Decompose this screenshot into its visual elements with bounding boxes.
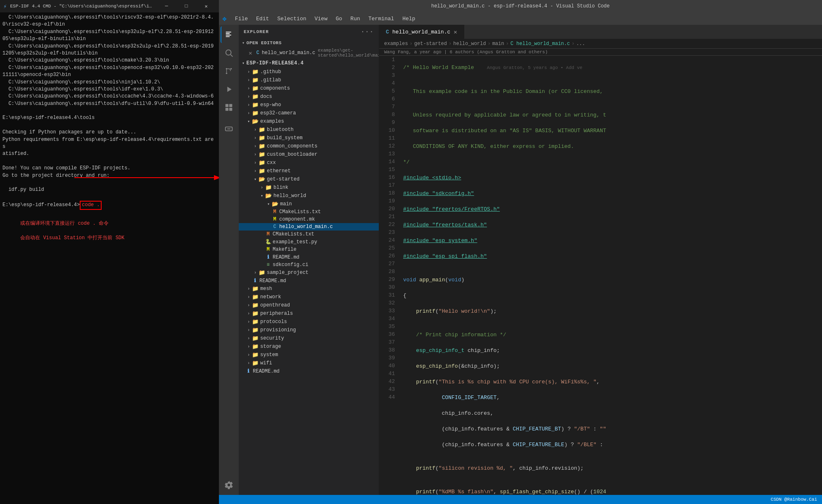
menu-edit[interactable]: Edit (253, 14, 272, 24)
close-button[interactable]: ✕ (197, 0, 216, 12)
folder-icon: 📁 (252, 110, 259, 116)
code-line: chip_info.cores, (403, 409, 822, 417)
folder-name: custom_bootloader (267, 152, 317, 157)
tree-file-cmakelists-main[interactable]: M CMakeLists.txt (239, 208, 379, 216)
tree-folder-docs[interactable]: › 📁 docs (239, 93, 379, 101)
terminal-line (2, 194, 216, 201)
filename: example_test.py (273, 239, 317, 245)
activity-settings[interactable] (221, 477, 237, 493)
folder-arrow: › (252, 169, 259, 174)
menu-go[interactable]: Go (333, 14, 346, 24)
tab-bar: C hello_world_main.c ✕ (379, 25, 822, 39)
active-tab[interactable]: C hello_world_main.c ✕ (379, 25, 464, 39)
tree-file-example-test-py[interactable]: 🐍 example_test.py (239, 238, 379, 246)
tree-file-sdkconfig-ci[interactable]: ≡ sdkconfig.ci (239, 261, 379, 269)
open-editors-section[interactable]: ▾ OPEN EDITORS (239, 39, 379, 47)
tree-folder-github[interactable]: › 📁 .github (239, 68, 379, 76)
folder-arrow: › (252, 136, 259, 140)
tree-folder-bluetooth[interactable]: › 📁 bluetooth (239, 126, 379, 134)
tree-folder-gitlab[interactable]: › 📁 .gitlab (239, 76, 379, 84)
menu-view[interactable]: View (311, 14, 331, 24)
folder-icon: 📁 (252, 93, 259, 100)
line-num: 22 (379, 221, 395, 228)
tree-folder-components[interactable]: › 📁 components (239, 84, 379, 93)
tree-folder-esp32-camera[interactable]: › 📁 esp32-camera (239, 109, 379, 117)
tab-close-button[interactable]: ✕ (454, 29, 457, 36)
menu-help[interactable]: Help (399, 14, 418, 24)
tree-folder-mesh[interactable]: › 📁 mesh (239, 285, 379, 293)
breadcrumb-file[interactable]: C hello_world_main.c (511, 41, 570, 47)
tree-folder-provisioning[interactable]: › 📁 provisioning (239, 326, 379, 334)
filename: README.md (273, 254, 299, 260)
menu-file[interactable]: File (232, 14, 251, 24)
info-icon: ℹ (252, 278, 258, 284)
code-line: /* Hello World Example Angus Gratton, 5 … (403, 64, 822, 72)
activity-debug[interactable] (221, 81, 237, 97)
tree-file-readme-hw[interactable]: ℹ README.md (239, 253, 379, 261)
tree-folder-custom-bootloader[interactable]: › 📁 custom_bootloader (239, 150, 379, 159)
tree-folder-ethernet[interactable]: › 📁 ethernet (239, 167, 379, 175)
tree-folder-system[interactable]: › 📁 system (239, 351, 379, 359)
breadcrumb-part[interactable]: examples (384, 41, 408, 47)
breadcrumb-part[interactable]: hello_world (453, 41, 486, 47)
tree-folder-peripherals[interactable]: › 📁 peripherals (239, 309, 379, 318)
tree-folder-openthread[interactable]: › 📁 openthread (239, 301, 379, 309)
terminal-line: C:\Users\caiguanhong\.espressif\tools\es… (2, 29, 216, 36)
tree-folder-blink[interactable]: › 📁 blink (239, 183, 379, 192)
tree-file-readme-root[interactable]: ℹ README.md (239, 367, 379, 375)
filename: component.mk (279, 216, 315, 222)
tree-file-readme-examples[interactable]: ℹ README.md (239, 277, 379, 285)
tree-folder-sample-project[interactable]: › 📁 sample_project (239, 269, 379, 277)
tree-file-makefile[interactable]: M Makefile (239, 246, 379, 253)
line-num: 29 (379, 276, 395, 283)
tree-folder-hello-world[interactable]: ▾ 📂 hello_world (239, 192, 379, 200)
tree-folder-protocols[interactable]: › 📁 protocols (239, 318, 379, 326)
breadcrumb-part[interactable]: get-started (414, 41, 447, 47)
maximize-button[interactable]: □ (177, 0, 196, 12)
line-num: 15 (379, 166, 395, 174)
terminal-line: C:\Users\caiguanhong\.espressif\tools\ni… (2, 79, 216, 86)
terminal-line: Done! You can now compile ESP-IDF projec… (2, 165, 216, 172)
line-num: 19 (379, 197, 395, 205)
activity-extensions[interactable] (221, 99, 237, 116)
code-editor[interactable]: 1 2 3 4 5 6 7 8 9 10 11 12 13 14 (379, 56, 822, 495)
cmd-icon: ⚡ (3, 3, 7, 10)
breadcrumb-part[interactable]: main (492, 41, 504, 47)
folder-name: security (260, 335, 284, 341)
activity-source-control[interactable] (221, 63, 237, 79)
root-folder-header[interactable]: ▾ ESP-IDF-RELEASE4.4 (239, 59, 379, 68)
code-line: #include "sdkconfig.h" (403, 190, 822, 197)
activity-esp-idf[interactable] (221, 121, 237, 137)
tree-file-cmakelists-hw[interactable]: M CMakeLists.txt (239, 231, 379, 238)
tree-folder-build-system[interactable]: › 📁 build_system (239, 134, 379, 142)
tree-folder-network[interactable]: › 📁 network (239, 293, 379, 301)
open-editor-item[interactable]: ✕ C hello_world_main.c examples\get-star… (239, 47, 379, 59)
activity-search[interactable] (221, 45, 237, 61)
cmd-window-title: ESP-IDF 4.4 CMD - "C:\Users\caiguanhong\… (10, 4, 154, 9)
menu-run[interactable]: Run (347, 14, 363, 24)
tree-folder-wifi[interactable]: › 📁 wifi (239, 359, 379, 367)
folder-icon: 📁 (265, 184, 272, 191)
tree-folder-cxx[interactable]: › 📁 cxx (239, 159, 379, 167)
tree-folder-main[interactable]: ▾ 📂 main (239, 200, 379, 208)
tree-file-component-mk[interactable]: M component.mk (239, 216, 379, 223)
sidebar-content[interactable]: ▾ OPEN EDITORS ✕ C hello_world_main.c ex… (239, 39, 379, 495)
folder-icon: 📁 (252, 343, 259, 350)
tree-folder-security[interactable]: › 📁 security (239, 334, 379, 342)
tree-folder-examples[interactable]: ▾ 📂 examples (239, 117, 379, 126)
menu-terminal[interactable]: Terminal (365, 14, 397, 24)
close-editor-icon[interactable]: ✕ (249, 50, 252, 57)
filename: hello_world_main.c (279, 224, 333, 230)
tree-folder-common-components[interactable]: › 📁 common_components (239, 142, 379, 150)
minimize-button[interactable]: ─ (157, 0, 176, 12)
tree-file-hello-world-main[interactable]: C hello_world_main.c (239, 223, 379, 231)
code-line: Unless required by applicable law or agr… (403, 111, 822, 119)
terminal-line: C:\Users\caiguanhong\.espressif\tools\cm… (2, 57, 216, 64)
breadcrumb-sep: › (410, 41, 413, 47)
activity-explorer[interactable] (221, 26, 237, 43)
tree-folder-storage[interactable]: › 📁 storage (239, 342, 379, 351)
tree-folder-esp-who[interactable]: › 📁 esp-who (239, 101, 379, 109)
menu-selection[interactable]: Selection (274, 14, 309, 24)
tree-folder-get-started[interactable]: ▾ 📂 get-started (239, 175, 379, 183)
sidebar-menu-button[interactable]: ··· (361, 28, 374, 36)
